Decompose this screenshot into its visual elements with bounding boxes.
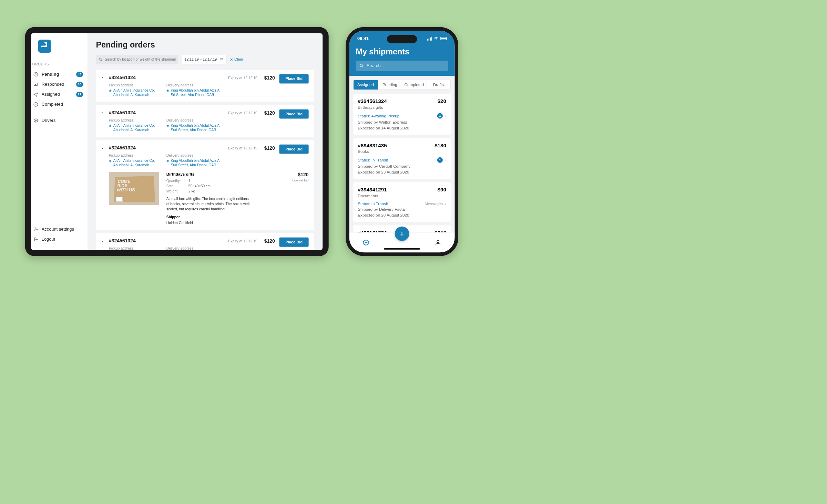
expand-chevron-icon[interactable]: ▸ <box>102 145 104 150</box>
detail-info: Birthdays gifts Quantity:1Size:50×40×50 … <box>166 172 285 225</box>
delivery-label: Delivery address <box>166 83 224 87</box>
pickup-label: Pickup address <box>109 246 166 250</box>
detail-title: Birthdays gifts <box>166 172 285 177</box>
order-detail: Birthdays gifts Quantity:1Size:50×40×50 … <box>102 172 309 225</box>
sidebar-item-label: Logout <box>42 237 55 242</box>
expand-chevron-icon[interactable]: ▸ <box>102 238 104 243</box>
phone-notch <box>387 35 417 43</box>
delivery-address[interactable]: ◉King Abdullah bin Abdul Aziz Al Sd Stre… <box>166 88 224 97</box>
spec-row: Quantity:1 <box>166 179 285 183</box>
delivery-address[interactable]: ◉King Abdullah bin Abdul Aziz Al Sud Str… <box>166 124 224 132</box>
shipment-subtitle: Documents <box>358 193 446 198</box>
box-icon <box>33 118 38 123</box>
sidebar-item-completed[interactable]: Completed <box>31 99 87 109</box>
sidebar-item-assigned[interactable]: Assigned 22 <box>31 90 87 99</box>
messages-label: Messages <box>425 201 443 206</box>
spec-label: Quantity: <box>166 179 188 183</box>
app-logo <box>38 40 51 53</box>
sidebar-item-label: Responded <box>42 82 64 87</box>
svg-point-2 <box>34 102 38 106</box>
home-indicator <box>384 248 420 250</box>
pickup-address[interactable]: ◉Al Ain Ahlia Incurance Co, Abudhabi, Al… <box>109 88 166 97</box>
delivery-address[interactable]: ◉King Abdullah bin Abdul Aziz Al Sud Str… <box>166 159 224 167</box>
sidebar-item-drivers[interactable]: Drivers <box>31 115 87 125</box>
shipment-card[interactable]: #394341291$90 Documents Status: In Trans… <box>353 182 450 222</box>
sidebar-item-logout[interactable]: Logout <box>31 234 87 244</box>
order-id: #324561324 <box>109 238 224 243</box>
clear-button[interactable]: ✕ Clear <box>230 57 243 62</box>
shipment-card[interactable]: #324561324$20 Birthdays gifts Status: Aw… <box>353 94 450 135</box>
place-bid-button[interactable]: Place Bid <box>279 74 308 84</box>
fab-add-button[interactable]: + <box>395 227 409 241</box>
nav-section-label: ORDERS <box>31 62 87 69</box>
svg-point-3 <box>35 229 36 230</box>
signal-icon <box>427 36 432 40</box>
sidebar-item-label: Account settings <box>42 227 74 232</box>
place-bid-button[interactable]: Place Bid <box>279 238 308 247</box>
expand-chevron-icon[interactable]: ▸ <box>102 75 104 80</box>
shipper-heading: Shipper <box>166 215 285 219</box>
order-id: #324561324 <box>109 145 224 150</box>
plus-icon: + <box>399 229 405 239</box>
battery-icon <box>440 37 447 40</box>
delivery-label: Delivery address <box>166 118 224 123</box>
order-card: ▸ #324561324 Pickup address ◉Al Ain Ahli… <box>96 70 314 102</box>
nav-shipments-icon[interactable] <box>361 238 370 247</box>
sidebar-badge: 10 <box>76 82 83 87</box>
search-box[interactable] <box>96 55 178 64</box>
pickup-address[interactable]: ◉Al Ain Ahlia Incurance Co, Abudhabi, Al… <box>109 159 166 167</box>
order-expiry: Expiry at 12.12.19 <box>228 76 257 80</box>
logout-icon <box>33 237 38 242</box>
tab-drafts[interactable]: Drafts <box>426 80 450 90</box>
detail-description: A small box with gifts. The box contains… <box>166 196 251 212</box>
svg-rect-5 <box>220 59 223 61</box>
pickup-address[interactable]: ◉Al Ain Ahlia Incurance Co, Abudhabi, Al… <box>109 124 166 132</box>
spec-row: Size:50×40×50 cm <box>166 184 285 188</box>
shipment-eta: Expected on 28 August 2020 <box>358 213 446 218</box>
shipment-card[interactable]: #894831435$180 Books Status: In Transit1… <box>353 138 450 179</box>
shipment-price: $90 <box>438 187 446 193</box>
message-badge: 1 <box>437 157 443 163</box>
tab-completed[interactable]: Completed <box>402 80 426 90</box>
sidebar-item-responded[interactable]: Responded 10 <box>31 79 87 89</box>
pin-icon: ◉ <box>166 124 169 132</box>
pickup-label: Pickup address <box>109 154 166 158</box>
message-icon <box>33 82 38 87</box>
shipment-price: $180 <box>435 143 446 149</box>
pin-icon: ◉ <box>109 124 112 132</box>
check-circle-icon <box>33 102 38 107</box>
sidebar-item-label: Completed <box>42 102 63 107</box>
sidebar-item-settings[interactable]: Account settings <box>31 224 87 234</box>
pin-icon: ◉ <box>109 159 112 167</box>
wifi-icon <box>434 37 439 40</box>
tablet-screen: ORDERS Pending 45 Responded 10 Assigned … <box>31 33 323 250</box>
svg-point-4 <box>99 58 101 60</box>
message-badge: 1 <box>437 113 443 118</box>
shipment-status: Status: In Transit1› <box>358 157 446 163</box>
place-bid-button[interactable]: Place Bid <box>279 145 308 154</box>
place-bid-button[interactable]: Place Bid <box>279 109 308 119</box>
svg-rect-1 <box>34 83 38 86</box>
chevron-right-icon: › <box>445 201 446 206</box>
tab-assigned[interactable]: Assigned <box>354 80 378 90</box>
sidebar-item-pending[interactable]: Pending 45 <box>31 69 87 79</box>
order-price: $120 <box>264 145 275 151</box>
phone-search-input[interactable] <box>367 63 445 69</box>
svg-point-6 <box>360 64 363 67</box>
phone-screen: 09:41 My shipments AssignedPendingComple… <box>349 31 455 252</box>
shipment-carrier: Shipped by Welton Express <box>358 120 446 124</box>
phone-search-box[interactable] <box>356 61 448 71</box>
order-expiry: Expiry at 12.12.19 <box>228 111 257 115</box>
tab-pending[interactable]: Pending <box>378 80 402 90</box>
detail-price: $120 <box>292 172 308 178</box>
date-range-picker[interactable]: 12.11.19 – 12.17.19 <box>182 55 227 64</box>
sidebar-item-label: Drivers <box>42 118 56 123</box>
clock-icon <box>33 72 38 77</box>
svg-point-7 <box>437 240 439 243</box>
search-input[interactable] <box>105 57 175 62</box>
nav-profile-icon[interactable] <box>433 238 442 247</box>
expand-chevron-icon[interactable]: ▸ <box>102 110 104 115</box>
phone-body: AssignedPendingCompletedDrafts #32456132… <box>349 76 455 232</box>
main-content: Pending orders 12.11.19 – 12.17.19 ✕ Cle… <box>88 33 323 250</box>
delivery-label: Delivery address <box>166 154 224 158</box>
